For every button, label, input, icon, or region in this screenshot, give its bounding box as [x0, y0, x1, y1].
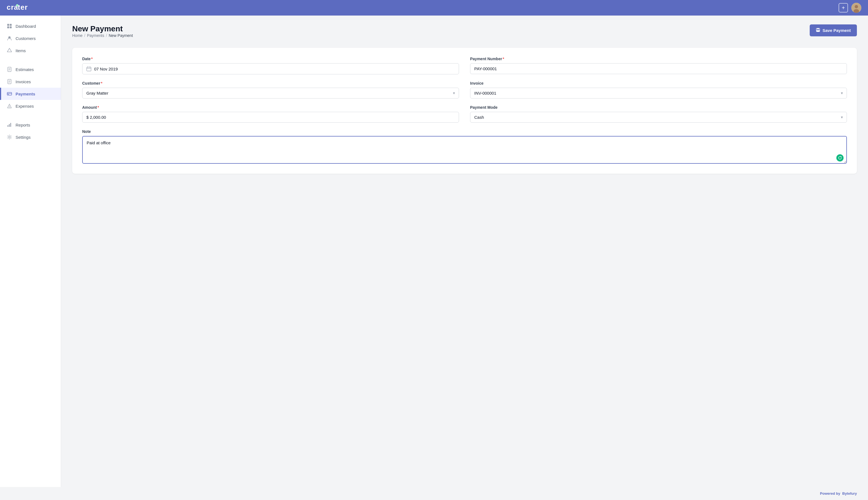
date-group: Date* — [82, 57, 459, 75]
svg-rect-27 — [8, 125, 8, 127]
sidebar-label-payments: Payments — [15, 92, 35, 96]
amount-required: * — [98, 105, 99, 110]
svg-rect-7 — [7, 24, 9, 26]
breadcrumb-sep-2: / — [106, 33, 107, 38]
note-textarea[interactable]: Paid at office — [82, 136, 847, 164]
amount-group: Amount* — [82, 105, 459, 123]
sidebar-label-settings: Settings — [15, 135, 31, 139]
customers-icon — [7, 35, 12, 41]
navbar: cr a ter + — [0, 0, 868, 15]
svg-rect-23 — [8, 94, 9, 95]
payment-number-required: * — [503, 57, 504, 61]
payment-number-label: Payment Number* — [470, 57, 847, 61]
sidebar-label-invoices: Invoices — [15, 79, 31, 84]
sidebar-item-items[interactable]: Items — [0, 44, 61, 57]
navbar-right: + — [838, 3, 861, 13]
customer-group: Customer* Gray Matter Other Customer ▼ — [82, 81, 459, 99]
payment-mode-select-wrapper: Cash Check Credit Card Bank Transfer ▼ — [470, 112, 847, 123]
svg-text:ter: ter — [18, 3, 28, 11]
invoice-group: Invoice INV-000001 INV-000002 ▼ — [470, 81, 847, 99]
page-title: New Payment — [72, 24, 133, 33]
sidebar-item-expenses[interactable]: Expenses — [0, 100, 61, 112]
payment-number-group: Payment Number* — [470, 57, 847, 75]
note-label: Note — [82, 129, 847, 134]
breadcrumb-sep-1: / — [84, 33, 85, 38]
svg-rect-28 — [9, 124, 10, 127]
sidebar: Dashboard Customers Items — [0, 15, 61, 487]
save-icon — [816, 28, 820, 33]
payment-mode-group: Payment Mode Cash Check Credit Card Bank… — [470, 105, 847, 123]
svg-rect-34 — [87, 67, 91, 71]
expenses-icon — [7, 103, 12, 109]
svg-point-30 — [9, 136, 10, 138]
estimates-icon — [7, 67, 12, 72]
app-body: Dashboard Customers Items — [0, 15, 868, 487]
svg-rect-29 — [10, 123, 11, 127]
date-input[interactable] — [94, 67, 455, 71]
breadcrumb-payments[interactable]: Payments — [87, 33, 104, 38]
page-title-section: New Payment Home / Payments / New Paymen… — [72, 24, 133, 46]
svg-rect-33 — [817, 30, 820, 32]
save-payment-button[interactable]: Save Payment — [810, 24, 857, 36]
sidebar-item-payments[interactable]: Payments — [0, 88, 61, 100]
svg-marker-12 — [7, 48, 12, 52]
payment-mode-select[interactable]: Cash Check Credit Card Bank Transfer — [470, 112, 847, 123]
form-row-1: Date* — [82, 57, 847, 75]
svg-rect-10 — [10, 26, 12, 28]
payment-mode-label: Payment Mode — [470, 105, 847, 110]
sidebar-item-customers[interactable]: Customers — [0, 32, 61, 44]
invoices-icon — [7, 79, 12, 84]
settings-icon — [7, 134, 12, 140]
invoice-label: Invoice — [470, 81, 847, 86]
items-icon — [7, 48, 12, 53]
main-content: New Payment Home / Payments / New Paymen… — [61, 15, 868, 487]
payment-number-input[interactable] — [470, 63, 847, 74]
sidebar-item-reports[interactable]: Reports — [0, 119, 61, 131]
breadcrumb-home[interactable]: Home — [72, 33, 82, 38]
brand-name: Bytefury — [842, 491, 857, 496]
date-label: Date* — [82, 57, 459, 61]
svg-rect-8 — [10, 24, 12, 26]
page-header: New Payment Home / Payments / New Paymen… — [72, 24, 857, 46]
svg-rect-21 — [7, 92, 12, 95]
form-row-3: Amount* Payment Mode Cash Check Credit C… — [82, 105, 847, 123]
sidebar-label-items: Items — [15, 48, 26, 53]
sidebar-label-customers: Customers — [15, 36, 36, 41]
sidebar-label-dashboard: Dashboard — [15, 24, 36, 29]
amount-input[interactable] — [82, 112, 459, 123]
date-input-wrapper[interactable] — [82, 63, 459, 75]
dashboard-icon — [7, 23, 12, 29]
sidebar-item-invoices[interactable]: Invoices — [0, 76, 61, 88]
customer-select-wrapper: Gray Matter Other Customer ▼ — [82, 88, 459, 99]
form-row-2: Customer* Gray Matter Other Customer ▼ I… — [82, 81, 847, 99]
refresh-icon[interactable] — [836, 154, 844, 161]
customer-select[interactable]: Gray Matter Other Customer — [82, 88, 459, 99]
note-section: Note Paid at office — [82, 129, 847, 165]
app-logo: cr a ter — [7, 2, 34, 13]
customer-label: Customer* — [82, 81, 459, 86]
sidebar-item-settings[interactable]: Settings — [0, 131, 61, 143]
sidebar-item-estimates[interactable]: Estimates — [0, 63, 61, 76]
sidebar-label-expenses: Expenses — [15, 104, 34, 109]
amount-label: Amount* — [82, 105, 459, 110]
invoice-select-wrapper: INV-000001 INV-000002 ▼ — [470, 88, 847, 99]
svg-rect-9 — [7, 26, 9, 28]
svg-text:cr: cr — [7, 3, 14, 11]
date-required: * — [91, 57, 92, 61]
save-payment-label: Save Payment — [822, 28, 851, 33]
form-card: Date* — [72, 48, 857, 174]
note-textarea-wrapper: Paid at office — [82, 136, 847, 165]
avatar[interactable] — [852, 3, 861, 13]
svg-point-3 — [16, 4, 18, 7]
reports-icon — [7, 122, 12, 128]
svg-rect-32 — [817, 28, 819, 30]
sidebar-item-dashboard[interactable]: Dashboard — [0, 20, 61, 32]
breadcrumb-current: New Payment — [109, 33, 133, 38]
breadcrumb: Home / Payments / New Payment — [72, 33, 133, 38]
customer-required: * — [101, 81, 102, 86]
calendar-icon — [86, 66, 91, 71]
invoice-select[interactable]: INV-000001 INV-000002 — [470, 88, 847, 99]
svg-point-26 — [9, 107, 10, 108]
powered-by-text: Powered by — [820, 491, 840, 496]
add-button[interactable]: + — [838, 3, 848, 12]
